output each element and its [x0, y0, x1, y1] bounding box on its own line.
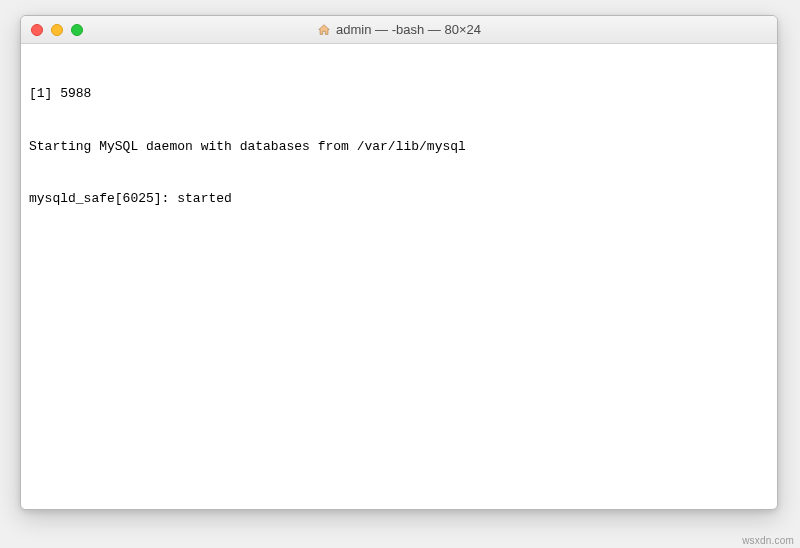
- watermark-text: wsxdn.com: [742, 535, 794, 546]
- terminal-output[interactable]: [1] 5988 Starting MySQL daemon with data…: [21, 44, 777, 509]
- terminal-line: Starting MySQL daemon with databases fro…: [29, 138, 769, 156]
- home-icon: [317, 24, 331, 36]
- titlebar[interactable]: admin — -bash — 80×24: [21, 16, 777, 44]
- window-title-text: admin — -bash — 80×24: [336, 22, 481, 37]
- maximize-button[interactable]: [71, 24, 83, 36]
- terminal-line: mysqld_safe[6025]: started: [29, 190, 769, 208]
- terminal-window: admin — -bash — 80×24 [1] 5988 Starting …: [20, 15, 778, 510]
- terminal-line: [1] 5988: [29, 85, 769, 103]
- window-title: admin — -bash — 80×24: [21, 22, 777, 37]
- traffic-lights: [21, 24, 83, 36]
- close-button[interactable]: [31, 24, 43, 36]
- minimize-button[interactable]: [51, 24, 63, 36]
